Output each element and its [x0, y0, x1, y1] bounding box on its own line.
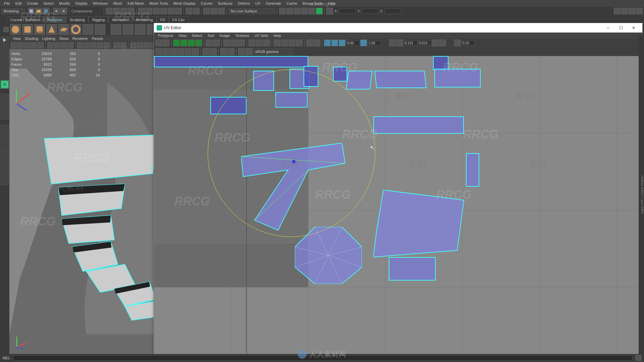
uv-border-button[interactable]	[228, 48, 234, 55]
menu-windows[interactable]: Windows	[90, 1, 111, 5]
uv-image-button[interactable]	[177, 48, 184, 55]
uv-shell[interactable]	[373, 116, 464, 134]
layout-single-button[interactable]	[1, 125, 9, 133]
uv-align-v-max-button[interactable]	[296, 40, 303, 46]
uv-menu-textures[interactable]: Textures	[232, 34, 252, 38]
select-object-button[interactable]	[128, 8, 135, 14]
move-tool[interactable]	[1, 63, 9, 71]
uv-menu-help[interactable]: Help	[271, 34, 284, 38]
uv-toggle-grid-button[interactable]	[360, 40, 367, 46]
lasso-tool[interactable]	[1, 46, 9, 54]
xgen-button[interactable]	[279, 8, 286, 14]
vp-motion-blur-button[interactable]	[137, 42, 143, 48]
menu-mesh-display[interactable]: Mesh Display	[171, 1, 198, 5]
uv-rotate-ccw-button[interactable]	[188, 40, 195, 46]
vp-shadows-button[interactable]	[104, 42, 110, 48]
uv-exposure-button[interactable]	[238, 48, 245, 55]
uv-menu-view[interactable]: View	[176, 34, 189, 38]
mash-button[interactable]	[301, 8, 308, 14]
motion-graphics-button[interactable]	[309, 8, 315, 14]
menu-uv[interactable]: UV	[253, 1, 263, 5]
vp-menu-lighting[interactable]: Lighting	[40, 37, 57, 41]
uv-shell[interactable]	[374, 71, 426, 88]
vp-ao-button[interactable]	[130, 42, 136, 48]
viewport-3d[interactable]: Verts:100182630 Edges:197895200 Faces:99…	[9, 49, 158, 354]
layout-four-button[interactable]	[1, 133, 9, 141]
uv-copy-button[interactable]	[432, 40, 439, 46]
axis-gizmo[interactable]	[13, 333, 30, 350]
uv-coord-v-input[interactable]	[418, 40, 431, 46]
uv-align-u-min-button[interactable]	[274, 40, 280, 46]
shelf-tab-rendering[interactable]: Rendering	[132, 16, 157, 23]
vp-menu-show[interactable]: Show	[57, 37, 71, 41]
menu-cache[interactable]: Cache	[284, 1, 300, 5]
menu-create[interactable]: Create	[24, 1, 41, 5]
shelf-tab-animation[interactable]: Animation	[108, 16, 132, 23]
uv-gamma-button[interactable]	[246, 48, 252, 55]
live-surface-dropdown[interactable]: No Live Surface	[228, 8, 275, 14]
shelf-tab-curves[interactable]: Curves / Surfaces	[7, 16, 43, 23]
poly-cube-button[interactable]	[22, 24, 33, 35]
paint-select-tool[interactable]	[1, 54, 9, 62]
uv-coord-u-input[interactable]	[404, 40, 417, 46]
uv-snap-button[interactable]	[249, 40, 255, 46]
vp-xray-button[interactable]	[120, 42, 126, 48]
vp-wireframe-button[interactable]	[77, 42, 83, 48]
uv-shell[interactable]	[333, 67, 347, 81]
command-line[interactable]	[13, 355, 633, 361]
uv-shell[interactable]	[433, 56, 448, 70]
maximize-button[interactable]: ☐	[615, 24, 627, 32]
vp-grid-button[interactable]	[47, 42, 53, 48]
uv-nudge-left-button[interactable]	[454, 40, 461, 46]
uv-smudge-button[interactable]	[163, 40, 169, 46]
poly-cylinder-button[interactable]	[34, 24, 45, 35]
uv-frame-all-button[interactable]	[203, 48, 209, 55]
uv-menu-image[interactable]: Image	[217, 34, 233, 38]
uv-shell[interactable]	[434, 69, 481, 87]
y-input[interactable]	[362, 8, 379, 14]
ipr-button[interactable]	[211, 8, 217, 14]
uv-align-v-min-button[interactable]	[288, 40, 295, 46]
shelf-toggle-button[interactable]	[3, 27, 9, 32]
menu-display[interactable]: Display	[73, 1, 90, 5]
vp-lights-button[interactable]	[97, 42, 103, 48]
poly-cone-button[interactable]	[46, 24, 57, 35]
uv-sew-button[interactable]	[213, 40, 220, 46]
uv-u-input[interactable]	[346, 40, 360, 46]
absolute-transform-button[interactable]	[326, 8, 333, 14]
poly-pyramid-button[interactable]	[83, 24, 93, 35]
channel-box-tab[interactable]: Attribute Editor / Layer Editor	[639, 36, 644, 354]
uv-dim-button[interactable]	[314, 40, 320, 46]
layout-3-button[interactable]	[629, 8, 635, 14]
layout-custom-button[interactable]	[1, 168, 9, 176]
snap-point-button[interactable]	[160, 8, 167, 14]
vp-isolate-button[interactable]	[114, 42, 120, 48]
history-button[interactable]	[185, 8, 192, 14]
vp-image-plane-button[interactable]	[24, 42, 30, 48]
layout-4-button[interactable]	[636, 8, 643, 14]
uv-menu-select[interactable]: Select	[189, 34, 205, 38]
menu-edit[interactable]: Edit	[13, 1, 24, 5]
uv-editor-canvas[interactable]: ↖	[154, 56, 642, 355]
menu-edit-mesh[interactable]: Edit Mesh	[125, 1, 147, 5]
scale-tool[interactable]	[1, 80, 9, 88]
shelf-tab-fx[interactable]: FX	[157, 16, 169, 23]
uv-rgba-button[interactable]	[192, 48, 199, 55]
rotate-tool[interactable]	[1, 72, 9, 80]
x-input[interactable]	[339, 8, 356, 14]
shelf-tab-rigging[interactable]: Rigging	[89, 16, 108, 23]
mode-dropdown[interactable]: Modeling	[1, 8, 25, 14]
uv-rotate-cw-button[interactable]	[195, 40, 202, 46]
bifrost-button[interactable]	[294, 8, 301, 14]
minimize-button[interactable]: ─	[602, 24, 614, 32]
uv-flip-v-button[interactable]	[180, 40, 187, 46]
snap-plane-button[interactable]	[168, 8, 174, 14]
uv-menu-uvsets[interactable]: UV Sets	[252, 34, 271, 38]
shelf-tab-polygons[interactable]: Polygons	[43, 16, 66, 23]
vp-resolution-gate-button[interactable]	[61, 42, 67, 48]
menu-generate[interactable]: Generate	[263, 1, 284, 5]
poly-pipe-button[interactable]	[95, 24, 105, 35]
uv-shaded-button[interactable]	[170, 48, 177, 55]
poly-platonic-button[interactable]	[135, 24, 146, 35]
select-vertex-button[interactable]	[106, 8, 112, 14]
